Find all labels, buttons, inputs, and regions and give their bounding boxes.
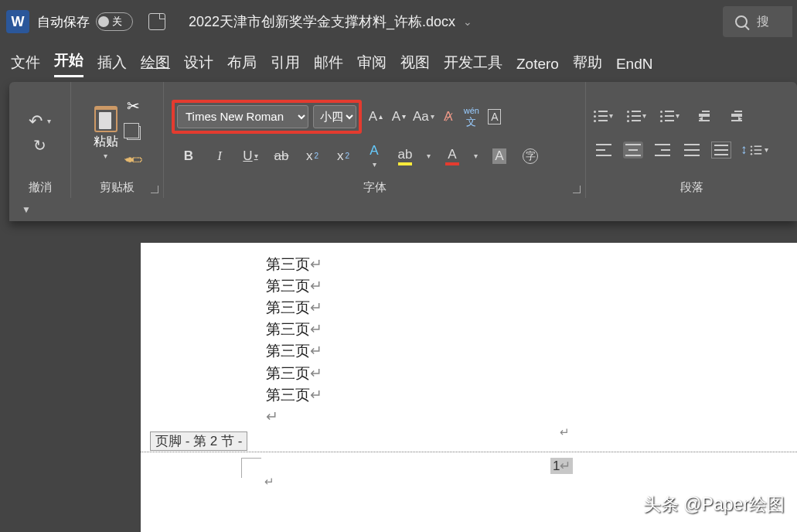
group-label-clipboard: 剪贴板 bbox=[79, 180, 155, 195]
word-app-icon: W bbox=[6, 10, 29, 33]
align-left-button[interactable] bbox=[594, 142, 614, 159]
text-line[interactable]: 第三页↵ bbox=[266, 297, 797, 319]
chevron-down-icon: ▼ bbox=[22, 204, 31, 215]
clipboard-icon bbox=[94, 106, 118, 132]
dialog-launcher-icon[interactable] bbox=[151, 186, 158, 193]
text-line[interactable]: 第三页↵ bbox=[266, 254, 797, 275]
dialog-launcher-icon[interactable] bbox=[573, 186, 581, 193]
font-name-select[interactable]: Times New Roman bbox=[177, 105, 308, 128]
superscript-button[interactable]: x2 bbox=[334, 146, 353, 166]
phonetic-guide-button[interactable]: wén 文 bbox=[462, 107, 481, 127]
page-number-field[interactable]: 1↵ bbox=[550, 458, 573, 474]
align-distributed-button[interactable] bbox=[711, 142, 731, 159]
multilevel-list-button[interactable]: ▾ bbox=[660, 106, 679, 126]
highlight-color-button[interactable]: ab bbox=[396, 146, 414, 166]
autosave-state: 关 bbox=[112, 15, 122, 29]
paste-button[interactable]: 粘贴 ▾ bbox=[94, 106, 118, 160]
text-line[interactable]: 第三页↵ bbox=[266, 319, 797, 340]
margin-corner-mark bbox=[241, 458, 261, 478]
document-title-text: 2022天津市创新奖学金支撑材料_许栋.docx bbox=[189, 12, 455, 31]
search-icon bbox=[735, 15, 748, 28]
tab-help[interactable]: 帮助 bbox=[573, 53, 602, 77]
tab-zotero[interactable]: Zotero bbox=[516, 56, 559, 77]
tab-endnote[interactable]: EndN bbox=[616, 56, 653, 77]
ribbon: ↶▾ ↻ 撤消 粘贴 ▾ ✂ 🖌 剪贴板 bbox=[9, 82, 797, 221]
highlight-dropdown[interactable]: ▾ bbox=[427, 152, 431, 160]
chevron-down-icon: ▾ bbox=[47, 117, 51, 125]
cut-icon[interactable]: ✂ bbox=[127, 97, 140, 115]
group-clipboard: 粘贴 ▾ ✂ 🖌 剪贴板 bbox=[71, 82, 164, 198]
search-box[interactable]: 搜 bbox=[723, 6, 792, 37]
font-color-button[interactable]: A bbox=[443, 146, 462, 166]
enclose-characters-button[interactable]: 字 bbox=[521, 146, 540, 166]
ribbon-tabs: 文件 开始 插入 绘图 设计 布局 引用 邮件 审阅 视图 开发工具 Zoter… bbox=[0, 43, 797, 77]
clear-formatting-button[interactable]: A̷ bbox=[439, 107, 458, 127]
format-painter-icon[interactable]: 🖌 bbox=[121, 148, 145, 171]
align-justify-button[interactable] bbox=[682, 142, 702, 159]
paragraph-mark: ↵ bbox=[264, 475, 274, 489]
tab-design[interactable]: 设计 bbox=[184, 53, 213, 77]
font-color-dropdown[interactable]: ▾ bbox=[474, 152, 478, 160]
align-right-button[interactable] bbox=[652, 142, 673, 159]
change-case-button[interactable]: Aa▾ bbox=[413, 107, 434, 127]
footer-section-label[interactable]: 页脚 - 第 2 节 - bbox=[150, 431, 247, 451]
group-label-paragraph: 段落 bbox=[594, 180, 789, 195]
save-icon[interactable] bbox=[148, 13, 165, 30]
tab-file[interactable]: 文件 bbox=[11, 53, 40, 77]
character-border-button[interactable]: A bbox=[485, 107, 504, 127]
chevron-down-icon: ⌄ bbox=[463, 15, 472, 28]
text-line[interactable]: 第三页↵ bbox=[266, 384, 797, 406]
document-title[interactable]: 2022天津市创新奖学金支撑材料_许栋.docx ⌄ bbox=[189, 12, 472, 31]
underline-button[interactable]: U▾ bbox=[241, 146, 260, 166]
undo-button[interactable]: ↶▾ bbox=[29, 111, 51, 131]
tab-draw[interactable]: 绘图 bbox=[141, 53, 170, 77]
tab-home[interactable]: 开始 bbox=[54, 50, 83, 77]
shrink-font-button[interactable]: A▾ bbox=[390, 107, 408, 127]
paste-label: 粘贴 bbox=[94, 134, 118, 150]
bold-button[interactable]: B bbox=[179, 146, 198, 166]
autosave-label: 自动保存 bbox=[37, 13, 90, 31]
tab-insert[interactable]: 插入 bbox=[97, 53, 127, 77]
text-line[interactable]: 第三页↵ bbox=[266, 340, 797, 362]
align-center-button[interactable] bbox=[623, 142, 643, 159]
paragraph-mark: ↵ bbox=[560, 425, 570, 439]
font-size-select[interactable]: 小四 bbox=[313, 105, 356, 128]
bullet-list-button[interactable]: ▾ bbox=[594, 106, 613, 126]
tab-mailings[interactable]: 邮件 bbox=[314, 53, 343, 77]
footer-divider bbox=[141, 452, 797, 452]
toggle-knob bbox=[98, 16, 109, 27]
group-font: Times New Roman 小四 A▴ A▾ Aa▾ A̷ wén 文 A … bbox=[164, 82, 586, 198]
autosave-toggle[interactable]: 关 bbox=[96, 12, 133, 31]
grow-font-button[interactable]: A▴ bbox=[366, 107, 385, 127]
line-spacing-button[interactable]: ↕▾ bbox=[741, 140, 768, 160]
strikethrough-button[interactable]: ab bbox=[272, 146, 291, 166]
repeat-button[interactable]: ↻ bbox=[33, 136, 46, 155]
text-effects-button[interactable]: A▾ bbox=[365, 146, 383, 166]
tab-references[interactable]: 引用 bbox=[271, 53, 300, 77]
copy-icon[interactable] bbox=[127, 126, 141, 140]
autosave-block: 自动保存 关 bbox=[37, 12, 133, 31]
italic-button[interactable]: I bbox=[210, 146, 229, 166]
page-canvas[interactable]: 第三页↵ 第三页↵ 第三页↵ 第三页↵ 第三页↵ 第三页↵ 第三页↵ ↵ ↵ 页… bbox=[141, 243, 797, 532]
title-bar: W 自动保存 关 2022天津市创新奖学金支撑材料_许栋.docx ⌄ 搜 bbox=[0, 0, 797, 43]
ribbon-collapse-handle[interactable]: ▼ bbox=[9, 198, 797, 221]
group-paragraph: ▾ ▾ ▾ ◂ ◂ ↕▾ 段落 bbox=[586, 82, 797, 198]
tab-layout[interactable]: 布局 bbox=[227, 53, 257, 77]
watermark-icon bbox=[622, 496, 639, 513]
text-line[interactable]: 第三页↵ bbox=[266, 363, 797, 384]
text-line[interactable]: ↵ bbox=[266, 406, 797, 428]
numbered-list-button[interactable]: ▾ bbox=[627, 106, 646, 126]
tab-view[interactable]: 视图 bbox=[400, 53, 430, 77]
tab-review[interactable]: 审阅 bbox=[357, 53, 387, 77]
document-body[interactable]: 第三页↵ 第三页↵ 第三页↵ 第三页↵ 第三页↵ 第三页↵ 第三页↵ ↵ bbox=[141, 243, 797, 428]
watermark: 头条 @Paper绘图 bbox=[622, 493, 785, 517]
subscript-button[interactable]: x2 bbox=[303, 146, 322, 166]
document-area: 第三页↵ 第三页↵ 第三页↵ 第三页↵ 第三页↵ 第三页↵ 第三页↵ ↵ ↵ 页… bbox=[0, 243, 797, 532]
chevron-down-icon: ▾ bbox=[104, 152, 107, 160]
increase-indent-button[interactable]: ◂ bbox=[726, 106, 744, 126]
decrease-indent-button[interactable]: ◂ bbox=[693, 106, 712, 126]
character-shading-button[interactable]: A bbox=[490, 146, 509, 166]
watermark-text: 头条 @Paper绘图 bbox=[643, 493, 785, 517]
text-line[interactable]: 第三页↵ bbox=[266, 275, 797, 297]
tab-developer[interactable]: 开发工具 bbox=[444, 53, 502, 77]
